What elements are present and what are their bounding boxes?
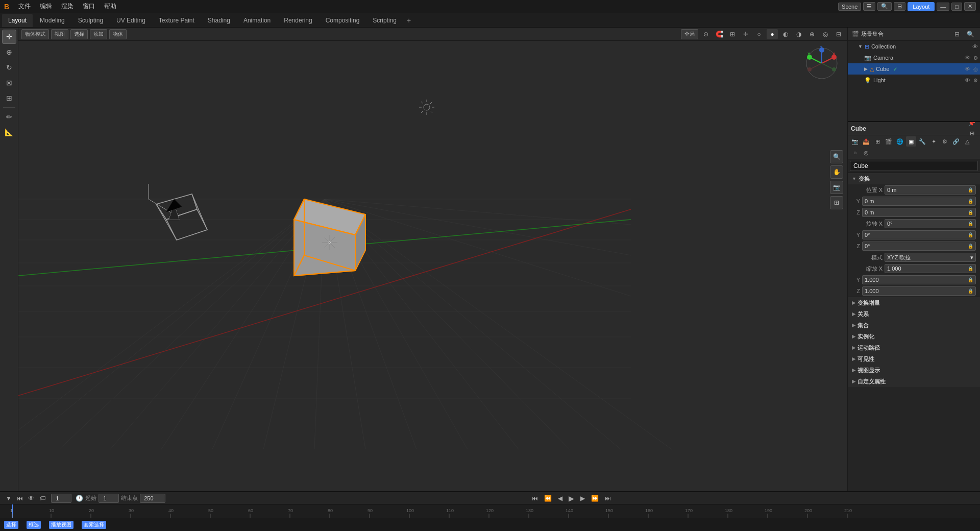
tab-texture-paint[interactable]: Texture Paint xyxy=(153,14,201,27)
viewport-overlay-toggle[interactable]: ◎ xyxy=(820,29,831,39)
tab-compositing[interactable]: Compositing xyxy=(320,14,366,27)
search-btn[interactable]: 🔍 xyxy=(877,2,892,11)
filter2-btn[interactable]: ⊟ xyxy=(894,2,905,11)
tl-marker-btn[interactable]: 🏷 xyxy=(38,495,47,502)
collection-header[interactable]: ▶ 集合 xyxy=(848,320,980,331)
location-y-field[interactable]: 0 m 🔒 xyxy=(862,197,976,206)
props-tab-shader[interactable]: ◎ xyxy=(861,148,871,158)
object-name-input[interactable] xyxy=(850,161,978,171)
viewport-shading-material[interactable]: ◐ xyxy=(780,29,791,39)
transform-header[interactable]: ▼ 变换 xyxy=(848,173,980,184)
viewport-3d[interactable]: 物体模式 视图 选择 添加 物体 全局 ⊙ 🧲 ⊞ ✛ ○ ● ◐ ◑ ⊕ ◎ xyxy=(18,28,847,491)
viewport-cursor-icon[interactable]: ✛ xyxy=(740,29,751,39)
tl-playback-btn[interactable]: ⏮ xyxy=(15,495,24,502)
viewport-shading-wire[interactable]: ○ xyxy=(753,29,765,39)
camera-visibility[interactable]: 👁 xyxy=(965,55,970,61)
outliner-item-light[interactable]: 💡 Light 👁 ⚙ xyxy=(848,75,980,86)
visibility-header[interactable]: ▶ 可见性 xyxy=(848,353,980,365)
rotation-y-lock[interactable]: 🔒 xyxy=(968,232,973,237)
filter-btn[interactable]: ☰ xyxy=(863,2,875,11)
viewport-object-menu[interactable]: 物体 xyxy=(109,29,127,39)
cube-render-icon[interactable]: ◎ xyxy=(973,66,978,72)
location-z-lock[interactable]: 🔒 xyxy=(968,210,973,215)
tool-transform[interactable]: ⊞ xyxy=(2,91,16,105)
viewport-select-menu[interactable]: 选择 xyxy=(70,29,88,39)
add-workspace-tab[interactable]: + xyxy=(404,14,414,27)
rotation-x-field[interactable]: 0° 🔒 xyxy=(885,219,976,228)
scale-y-field[interactable]: 1.000 🔒 xyxy=(862,275,976,284)
viewport-snap[interactable]: 🧲 xyxy=(714,29,725,39)
axis-gizmo[interactable]: X Y Z xyxy=(804,46,839,81)
props-tab-world[interactable]: 🌐 xyxy=(895,136,905,147)
viewport-grid[interactable] xyxy=(18,41,847,491)
viewport-view-menu[interactable]: 视图 xyxy=(51,29,68,39)
outliner-item-cube[interactable]: ▶ △ Cube ✓ 👁 ◎ xyxy=(848,63,980,75)
delta-transform-header[interactable]: ▶ 变换增量 xyxy=(848,297,980,308)
nav-zoom-in[interactable]: 🔍 xyxy=(830,150,843,163)
scale-z-field[interactable]: 1.000 🔒 xyxy=(862,286,976,296)
tab-animation[interactable]: Animation xyxy=(237,14,277,27)
props-tab-material[interactable]: ○ xyxy=(850,148,860,158)
cube-visibility[interactable]: 👁 xyxy=(965,66,970,72)
tab-layout[interactable]: Layout xyxy=(2,14,33,27)
tool-move[interactable]: ⊕ xyxy=(2,45,16,59)
tl-end-frame-input[interactable] xyxy=(140,494,165,503)
props-tab-modifier[interactable]: 🔧 xyxy=(917,136,927,147)
tool-cursor[interactable]: ✛ xyxy=(2,30,16,44)
viewport-global-selector[interactable]: 全局 xyxy=(681,29,698,39)
rotation-mode-select[interactable]: XYZ 欧拉 ▾ xyxy=(885,253,976,262)
nav-camera[interactable]: 📷 xyxy=(830,181,843,194)
motion-path-header[interactable]: ▶ 运动路径 xyxy=(848,342,980,353)
tl-start-frame-input[interactable] xyxy=(99,494,119,503)
outliner-item-scene-collection[interactable]: ▼ ⊞ Collection 👁 xyxy=(848,41,980,52)
viewport-display-header[interactable]: ▶ 视图显示 xyxy=(848,365,980,376)
camera-settings-icon[interactable]: ⚙ xyxy=(973,55,978,61)
tl-prev-frame[interactable]: ◀ xyxy=(556,495,564,502)
viewport-mode-selector[interactable]: 物体模式 xyxy=(21,29,49,39)
props-tab-data[interactable]: △ xyxy=(962,136,972,147)
upload-btn[interactable]: Layout xyxy=(908,2,935,11)
tab-sculpting[interactable]: Sculpting xyxy=(72,14,109,27)
scale-z-lock[interactable]: 🔒 xyxy=(968,288,973,294)
tab-shading[interactable]: Shading xyxy=(202,14,236,27)
tl-jump-start[interactable]: ⏮ xyxy=(530,495,540,502)
props-tab-constraints[interactable]: 🔗 xyxy=(951,136,961,147)
rotation-z-lock[interactable]: 🔒 xyxy=(968,244,973,249)
tab-uv-editing[interactable]: UV Editing xyxy=(110,14,152,27)
location-y-lock[interactable]: 🔒 xyxy=(968,199,973,204)
window-close[interactable]: ✕ xyxy=(964,2,976,11)
custom-props-header[interactable]: ▶ 自定义属性 xyxy=(848,376,980,387)
menu-window[interactable]: 窗口 xyxy=(79,2,99,11)
props-tab-physics[interactable]: ⚙ xyxy=(940,136,950,147)
tool-rotate[interactable]: ↻ xyxy=(2,60,16,75)
scale-x-field[interactable]: 1.000 🔒 xyxy=(885,264,976,273)
outliner-item-camera[interactable]: 📷 Camera 👁 ⚙ xyxy=(848,52,980,63)
tl-view-btn[interactable]: 👁 xyxy=(27,495,36,502)
scale-y-lock[interactable]: 🔒 xyxy=(968,277,973,282)
menu-render[interactable]: 渲染 xyxy=(57,2,78,11)
location-x-field[interactable]: 0 m 🔒 xyxy=(885,185,976,195)
window-maximize[interactable]: □ xyxy=(951,3,962,11)
window-minimize[interactable]: — xyxy=(937,3,949,11)
viewport-shading-render[interactable]: ◑ xyxy=(793,29,804,39)
cube-expand-arrow[interactable]: ▶ xyxy=(864,66,868,71)
tl-menu-btn[interactable]: ▼ xyxy=(4,495,13,502)
tl-play-pause[interactable]: ▶ xyxy=(567,494,576,502)
tl-prev-keyframe[interactable]: ⏪ xyxy=(543,495,553,502)
viewport-shading-solid[interactable]: ● xyxy=(767,29,778,39)
viewport-add-menu[interactable]: 添加 xyxy=(90,29,107,39)
scale-x-lock[interactable]: 🔒 xyxy=(968,266,973,271)
props-tab-scene[interactable]: 🎬 xyxy=(884,136,894,147)
tool-annotate[interactable]: ✏ xyxy=(2,110,16,124)
outliner-search[interactable]: 🔍 xyxy=(965,29,976,39)
props-tab-view-layer[interactable]: ⊞ xyxy=(872,136,883,147)
tab-scripting[interactable]: Scripting xyxy=(366,14,403,27)
timeline-ruler[interactable]: 1 10 20 30 40 50 60 70 80 90 100 110 120 xyxy=(0,504,980,518)
viewport-proportional-edit[interactable]: ⊙ xyxy=(700,29,712,39)
menu-help[interactable]: 帮助 xyxy=(100,2,120,11)
location-x-lock[interactable]: 🔒 xyxy=(968,187,973,192)
tl-current-frame-input[interactable] xyxy=(51,494,71,503)
tab-modeling[interactable]: Modeling xyxy=(34,14,71,27)
viewport-options[interactable]: ⊟ xyxy=(833,29,844,39)
viewport-mirror[interactable]: ⊞ xyxy=(727,29,738,39)
